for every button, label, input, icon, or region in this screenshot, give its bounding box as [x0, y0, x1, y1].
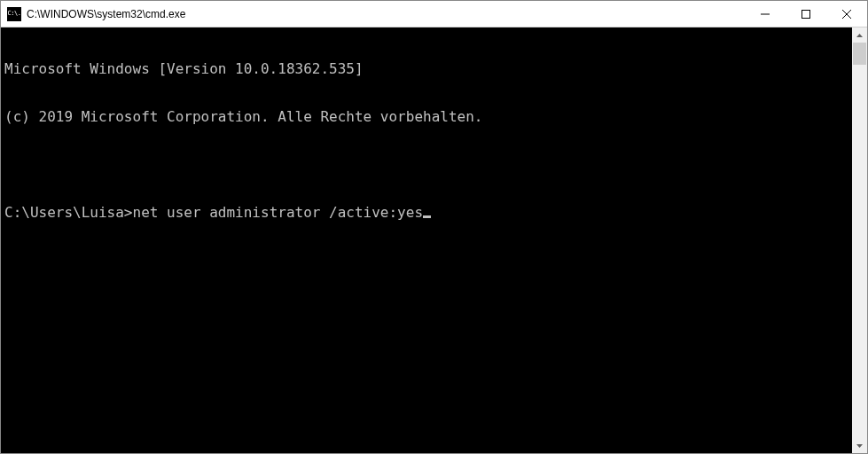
scroll-down-button[interactable] — [852, 438, 867, 453]
terminal-blank-line — [4, 157, 852, 173]
svg-rect-1 — [802, 10, 810, 18]
chevron-up-icon — [856, 34, 863, 37]
titlebar[interactable]: C:\. C:\WINDOWS\system32\cmd.exe — [1, 1, 867, 27]
terminal-command: net user administrator /active:yes — [133, 204, 424, 221]
terminal-cursor — [423, 215, 431, 218]
maximize-button[interactable] — [786, 1, 826, 27]
maximize-icon — [802, 10, 810, 19]
scroll-up-button[interactable] — [852, 27, 867, 43]
minimize-button[interactable] — [745, 1, 786, 27]
close-icon — [842, 10, 851, 19]
window-title: C:\WINDOWS\system32\cmd.exe — [27, 8, 745, 20]
window-controls — [745, 1, 867, 27]
svg-marker-5 — [856, 444, 863, 448]
terminal-prompt-line: C:\Users\Luisa>net user administrator /a… — [4, 205, 852, 221]
terminal-prompt: C:\Users\Luisa> — [4, 204, 133, 221]
terminal-output[interactable]: Microsoft Windows [Version 10.0.18362.53… — [1, 27, 852, 453]
vertical-scrollbar[interactable] — [852, 27, 867, 453]
close-button[interactable] — [826, 1, 867, 27]
terminal-copyright-line: (c) 2019 Microsoft Corporation. Alle Rec… — [4, 109, 852, 125]
client-area: Microsoft Windows [Version 10.0.18362.53… — [1, 27, 867, 453]
scroll-track[interactable] — [852, 43, 867, 438]
minimize-icon — [761, 10, 770, 19]
chevron-down-icon — [856, 444, 863, 448]
scroll-thumb[interactable] — [853, 43, 866, 65]
terminal-header-line: Microsoft Windows [Version 10.0.18362.53… — [4, 61, 852, 77]
svg-marker-4 — [856, 34, 863, 37]
cmd-icon: C:\. — [7, 7, 21, 21]
